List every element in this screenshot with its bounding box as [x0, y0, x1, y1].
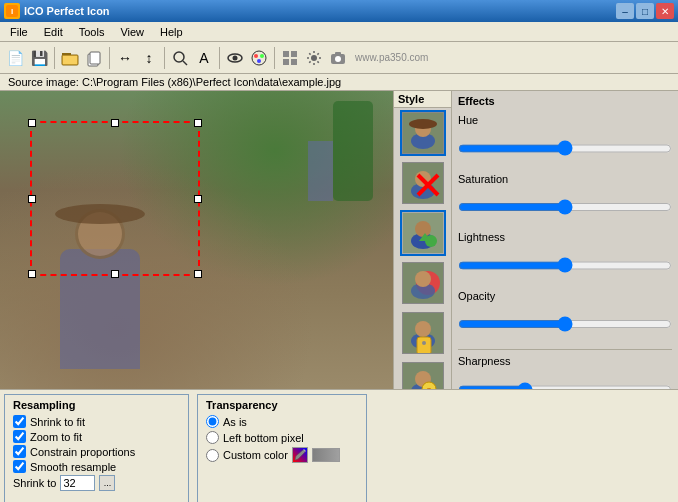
- toolbar-grid[interactable]: [279, 47, 301, 69]
- hat-brim: [55, 204, 145, 224]
- saturation-label: Saturation: [458, 173, 528, 185]
- hue-label: Hue: [458, 114, 528, 126]
- custom-color-label: Custom color: [223, 449, 288, 461]
- resampling-box: Resampling Shrink to fit Zoom to fit Con…: [4, 394, 189, 502]
- left-bottom-pixel-label: Left bottom pixel: [223, 432, 304, 444]
- toolbar-save[interactable]: 💾: [28, 47, 50, 69]
- shrink-to-fit-row: Shrink to fit: [13, 415, 180, 428]
- style-column: Style: [394, 91, 452, 389]
- shrink-to-fit-checkbox[interactable]: [13, 415, 26, 428]
- toolbar-eye[interactable]: [224, 47, 246, 69]
- title-text: ICO Perfect Icon: [24, 5, 110, 17]
- zoom-to-fit-label: Zoom to fit: [30, 431, 82, 443]
- svg-text:I: I: [11, 7, 13, 16]
- style-title: Style: [394, 91, 451, 108]
- toolbar-copy[interactable]: [83, 47, 105, 69]
- style-thumb-5[interactable]: [400, 310, 446, 356]
- as-is-row: As is: [206, 415, 358, 428]
- shrink-dots-button[interactable]: ...: [99, 475, 115, 491]
- style-thumb-3[interactable]: [400, 210, 446, 256]
- main-content: Style: [0, 91, 678, 502]
- custom-color-row: Custom color: [206, 447, 358, 463]
- shrink-to-input[interactable]: [60, 475, 95, 491]
- svg-point-14: [257, 59, 261, 63]
- constrain-proportions-row: Constrain proportions: [13, 445, 180, 458]
- svg-rect-22: [335, 52, 341, 55]
- hue-slider[interactable]: [458, 129, 672, 168]
- toolbar-sep4: [219, 47, 220, 69]
- right-top: Style: [394, 91, 678, 389]
- custom-color-radio[interactable]: [206, 449, 219, 462]
- svg-point-26: [409, 119, 437, 129]
- sharpness-slider[interactable]: [458, 370, 672, 389]
- toolbar-open[interactable]: [59, 47, 81, 69]
- svg-text:$: $: [426, 386, 431, 389]
- toolbar-new[interactable]: 📄: [4, 47, 26, 69]
- svg-point-39: [415, 271, 431, 287]
- title-bar-left: I ICO Perfect Icon: [4, 3, 110, 19]
- toolbar-text[interactable]: A: [193, 47, 215, 69]
- saturation-slider[interactable]: [458, 188, 672, 227]
- menu-edit[interactable]: Edit: [36, 24, 71, 40]
- svg-point-21: [335, 56, 341, 62]
- opacity-row: Opacity: [458, 290, 672, 302]
- style-thumb-2[interactable]: [400, 160, 446, 206]
- lightness-row: Lightness: [458, 231, 672, 243]
- style-thumb-4[interactable]: [400, 260, 446, 306]
- maximize-button[interactable]: □: [636, 3, 654, 19]
- toolbar-camera[interactable]: [327, 47, 349, 69]
- svg-point-44: [422, 341, 426, 345]
- svg-point-19: [311, 55, 317, 61]
- opacity-slider[interactable]: [458, 305, 672, 344]
- zoom-to-fit-row: Zoom to fit: [13, 430, 180, 443]
- title-bar: I ICO Perfect Icon – □ ✕: [0, 0, 678, 22]
- svg-point-34: [415, 221, 431, 237]
- left-bottom-pixel-row: Left bottom pixel: [206, 431, 358, 444]
- menu-bar: File Edit Tools View Help: [0, 22, 678, 42]
- svg-rect-17: [283, 59, 289, 65]
- toolbar-flip-v[interactable]: ↕: [138, 47, 160, 69]
- toolbar-sep2: [109, 47, 110, 69]
- saturation-row: Saturation: [458, 173, 672, 185]
- transparency-box: Transparency As is Left bottom pixel Cus…: [197, 394, 367, 502]
- smooth-resample-checkbox[interactable]: [13, 460, 26, 473]
- toolbar-sep3: [164, 47, 165, 69]
- bottom-panel: Resampling Shrink to fit Zoom to fit Con…: [0, 389, 678, 502]
- close-button[interactable]: ✕: [656, 3, 674, 19]
- svg-point-35: [425, 235, 437, 247]
- left-bottom-pixel-radio[interactable]: [206, 431, 219, 444]
- color-picker-button[interactable]: [292, 447, 308, 463]
- app-icon: I: [4, 3, 20, 19]
- effects-column: Effects Hue Saturation Lightness: [452, 91, 678, 389]
- shrink-to-label: Shrink to: [13, 477, 56, 489]
- right-panels: Style: [393, 91, 678, 389]
- svg-point-13: [260, 54, 264, 58]
- menu-tools[interactable]: Tools: [71, 24, 113, 40]
- as-is-radio[interactable]: [206, 415, 219, 428]
- resampling-title: Resampling: [13, 399, 180, 411]
- menu-help[interactable]: Help: [152, 24, 191, 40]
- figure-body: [60, 249, 140, 369]
- menu-view[interactable]: View: [112, 24, 152, 40]
- image-canvas[interactable]: [0, 91, 393, 389]
- toolbar-settings[interactable]: [303, 47, 325, 69]
- sharpness-row: Sharpness: [458, 355, 672, 367]
- menu-file[interactable]: File: [2, 24, 36, 40]
- toolbar-flip-h[interactable]: ↔: [114, 47, 136, 69]
- barrel: [308, 141, 333, 201]
- style-thumb-6[interactable]: $: [400, 360, 446, 389]
- minimize-button[interactable]: –: [616, 3, 634, 19]
- toolbar: 📄 💾 ↔ ↕ A www.pa350.com: [0, 42, 678, 74]
- source-label: Source image: C:\Program Files (x86)\Per…: [0, 74, 678, 91]
- style-thumb-1[interactable]: [400, 110, 446, 156]
- sharpness-label: Sharpness: [458, 355, 528, 367]
- lightness-slider[interactable]: [458, 246, 672, 285]
- toolbar-sep1: [54, 47, 55, 69]
- plant: [333, 101, 373, 201]
- zoom-to-fit-checkbox[interactable]: [13, 430, 26, 443]
- photo-overlay: [0, 91, 393, 389]
- svg-rect-16: [291, 51, 297, 57]
- toolbar-color[interactable]: [248, 47, 270, 69]
- constrain-proportions-checkbox[interactable]: [13, 445, 26, 458]
- toolbar-zoom[interactable]: [169, 47, 191, 69]
